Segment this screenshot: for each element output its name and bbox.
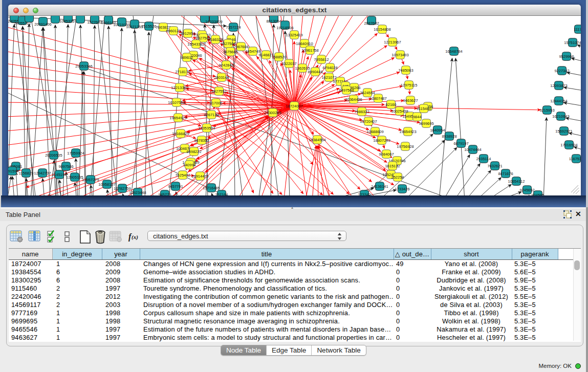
svg-text:989612: 989612: [180, 55, 193, 60]
svg-text:8813054: 8813054: [266, 19, 281, 24]
svg-text:7515526: 7515526: [141, 24, 156, 29]
svg-text:2967608: 2967608: [233, 45, 248, 49]
svg-text:1145194: 1145194: [52, 172, 67, 177]
svg-text:9529966: 9529966: [559, 54, 574, 59]
svg-text:10973493: 10973493: [391, 53, 408, 57]
svg-text:6794028: 6794028: [322, 65, 337, 70]
svg-text:19218506: 19218506: [276, 26, 293, 30]
svg-text:7485063: 7485063: [398, 68, 413, 73]
svg-text:10958107: 10958107: [98, 182, 115, 187]
svg-text:12942737: 12942737: [34, 171, 51, 176]
svg-text:12905135: 12905135: [66, 175, 83, 180]
svg-text:9097586: 9097586: [58, 164, 73, 169]
svg-text:19384554: 19384554: [309, 138, 325, 142]
svg-text:9457791: 9457791: [168, 184, 183, 189]
svg-text:2718176: 2718176: [175, 70, 190, 74]
svg-text:10671355: 10671355: [126, 25, 143, 29]
svg-text:2803144: 2803144: [214, 75, 229, 80]
svg-text:10474444: 10474444: [464, 147, 481, 152]
svg-text:6497568: 6497568: [339, 88, 354, 93]
svg-text:10654112: 10654112: [508, 179, 525, 184]
svg-text:157164: 157164: [215, 192, 228, 195]
svg-text:16648784: 16648784: [445, 49, 462, 54]
svg-text:10961758: 10961758: [301, 48, 318, 53]
svg-text:17016504: 17016504: [560, 143, 577, 147]
svg-text:15716485: 15716485: [203, 186, 220, 190]
svg-text:1733426: 1733426: [395, 187, 409, 191]
svg-text:945779: 945779: [158, 192, 171, 195]
svg-text:14136141: 14136141: [371, 184, 388, 189]
svg-text:8267130: 8267130: [204, 113, 219, 117]
svg-text:9699695: 9699695: [419, 121, 433, 126]
svg-text:13325419: 13325419: [286, 33, 302, 37]
svg-text:3624554: 3624554: [360, 91, 375, 95]
svg-text:8960123: 8960123: [166, 29, 181, 33]
svg-text:11172: 11172: [574, 27, 581, 32]
svg-text:9084067: 9084067: [379, 152, 394, 157]
svg-text:6879197: 6879197: [453, 141, 468, 146]
svg-text:917006: 917006: [209, 101, 222, 105]
svg-text:15751074: 15751074: [564, 40, 581, 45]
svg-text:1156829: 1156829: [19, 171, 34, 176]
svg-text:3215953: 3215953: [539, 108, 554, 113]
svg-text:18640910: 18640910: [296, 41, 313, 46]
svg-text:2935114: 2935114: [476, 157, 491, 161]
svg-text:17957275: 17957275: [82, 178, 99, 182]
svg-text:8471676: 8471676: [498, 171, 513, 176]
svg-text:9463627: 9463627: [403, 98, 418, 103]
svg-text:16033809: 16033809: [205, 19, 222, 24]
svg-text:8938928: 8938928: [442, 134, 456, 139]
svg-text:12213967: 12213967: [384, 40, 401, 45]
svg-text:7986322: 7986322: [354, 110, 369, 114]
svg-text:16107553: 16107553: [168, 100, 185, 105]
svg-text:19166829: 19166829: [172, 132, 189, 136]
svg-text:18724007: 18724007: [286, 104, 302, 108]
svg-text:18807249: 18807249: [373, 138, 390, 143]
svg-text:15692971: 15692971: [555, 129, 572, 134]
svg-text:9844: 9844: [413, 115, 422, 119]
svg-text:20364436: 20364436: [345, 97, 362, 102]
svg-text:15720407: 15720407: [360, 119, 377, 124]
svg-text:17359924: 17359924: [67, 151, 84, 156]
svg-text:391594: 391594: [8, 169, 19, 173]
svg-text:12975115: 12975115: [401, 83, 418, 87]
svg-text:9242848: 9242848: [219, 63, 233, 68]
svg-text:19654923: 19654923: [399, 129, 416, 134]
svg-text:16914479: 16914479: [191, 174, 208, 179]
svg-text:7632621: 7632621: [487, 164, 502, 168]
svg-text:1527602: 1527602: [87, 20, 102, 25]
svg-text:8322037: 8322037: [281, 61, 296, 66]
svg-text:12213369: 12213369: [171, 85, 188, 90]
svg-text:16782759: 16782759: [114, 186, 130, 191]
svg-text:8454749: 8454749: [245, 49, 260, 54]
svg-text:(x): (x): [132, 234, 138, 240]
svg-text:8990448: 8990448: [308, 70, 322, 74]
svg-text:1588520: 1588520: [271, 55, 286, 59]
svg-text:9227342: 9227342: [554, 69, 569, 73]
svg-text:8878352: 8878352: [194, 138, 209, 143]
svg-text:252254: 252254: [391, 175, 404, 180]
svg-text:16210643: 16210643: [552, 114, 569, 119]
svg-text:29300285: 29300285: [264, 111, 281, 115]
svg-text:20691406: 20691406: [34, 22, 51, 27]
svg-text:8427552: 8427552: [211, 89, 226, 94]
svg-text:1167533: 1167533: [569, 157, 581, 161]
svg-text:10688609: 10688609: [366, 129, 383, 134]
svg-text:7625402: 7625402: [175, 173, 190, 178]
svg-text:140994: 140994: [183, 163, 195, 167]
svg-text:3675685: 3675685: [223, 50, 237, 54]
svg-text:10853257: 10853257: [59, 19, 76, 24]
svg-text:16154808: 16154808: [374, 27, 390, 32]
svg-text:11353594: 11353594: [199, 126, 215, 130]
svg-text:924565: 924565: [531, 193, 544, 195]
svg-text:62160: 62160: [386, 102, 397, 107]
svg-text:29053346: 29053346: [75, 64, 92, 69]
svg-text:8912954: 8912954: [180, 31, 195, 36]
svg-text:7357224: 7357224: [226, 25, 241, 30]
svg-text:12093873: 12093873: [550, 83, 567, 88]
svg-text:19654923: 19654923: [169, 116, 186, 120]
svg-text:173342: 173342: [358, 192, 371, 195]
svg-text:10807487: 10807487: [369, 96, 386, 101]
svg-text:1640954: 1640954: [430, 128, 445, 133]
svg-text:12444154: 12444154: [550, 99, 567, 103]
